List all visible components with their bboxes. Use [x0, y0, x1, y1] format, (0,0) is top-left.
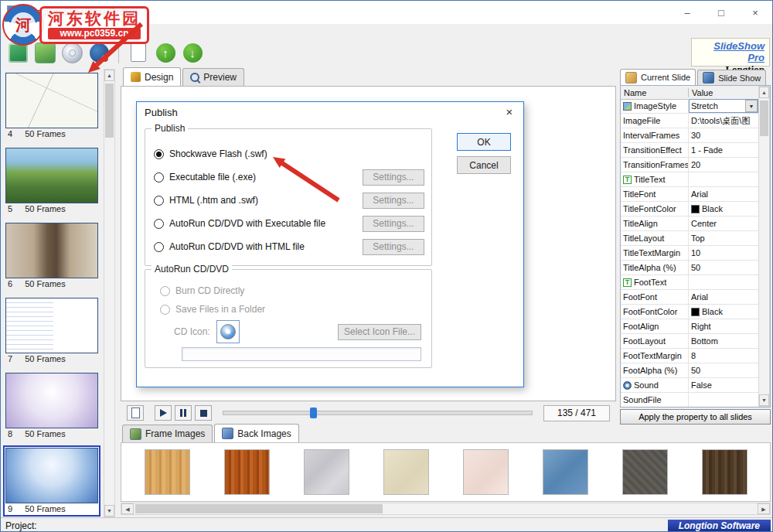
property-value[interactable]: 20 — [689, 158, 758, 172]
property-value[interactable]: 8 — [689, 349, 758, 363]
scroll-up-icon[interactable]: ▲ — [104, 70, 114, 81]
property-row[interactable]: FootFontColorBlack — [621, 305, 758, 319]
property-row[interactable]: TransitionEffect1 - Fade — [621, 143, 758, 158]
property-value[interactable]: 10 — [689, 246, 758, 260]
property-row[interactable]: TitleLayoutTop — [621, 231, 758, 246]
property-row[interactable]: SoundFalse — [621, 378, 758, 393]
property-row[interactable]: FootAlpha (%)50 — [621, 363, 758, 378]
settings-button[interactable]: Settings... — [363, 169, 424, 186]
slide-thumbnail-4[interactable]: 450 Frames — [3, 70, 100, 142]
property-row[interactable]: SoundFile — [621, 393, 758, 407]
property-value[interactable]: D:\tools\桌面\图 — [689, 114, 758, 128]
play-button[interactable] — [155, 405, 172, 421]
slide-thumbnail-9[interactable]: 950 Frames — [3, 445, 100, 517]
property-grid-scrollbar[interactable]: ▲ ▼ — [758, 86, 770, 407]
apply-to-all-slides-button[interactable]: Apply the property to all slides — [620, 409, 771, 425]
texture-thumbnail-gray-marble[interactable] — [304, 449, 349, 495]
texture-thumbnail-pink-paper[interactable] — [463, 449, 509, 495]
dialog-titlebar[interactable]: Publish × — [137, 102, 523, 122]
radio-unselected[interactable] — [154, 172, 164, 182]
property-row[interactable]: FootAlignRight — [621, 319, 758, 334]
property-row[interactable]: TitleFontArial — [621, 187, 758, 202]
maximize-button[interactable]: □ — [704, 1, 738, 24]
slide-thumbnail-7[interactable]: 750 Frames — [3, 295, 100, 367]
property-value[interactable] — [689, 275, 758, 289]
scroll-up-icon[interactable]: ▲ — [759, 87, 769, 98]
green-up-arrow-icon-button[interactable]: ↑ — [153, 39, 178, 66]
property-value[interactable]: Arial — [689, 290, 758, 304]
property-value[interactable]: 1 - Fade — [689, 143, 758, 157]
property-value[interactable]: Center — [689, 217, 758, 230]
tab-slide-show[interactable]: Slide Show — [697, 70, 766, 85]
property-row[interactable]: TitleText — [621, 172, 758, 187]
property-value[interactable] — [689, 393, 758, 407]
scroll-down-icon[interactable]: ▼ — [104, 505, 114, 517]
slide-thumbnail-5[interactable]: 550 Frames — [3, 145, 100, 217]
stop-button[interactable] — [195, 405, 212, 421]
property-value[interactable]: Top — [689, 231, 758, 245]
property-row[interactable]: FootTextMargin8 — [621, 349, 758, 363]
dropdown-button[interactable]: ▼ — [745, 100, 758, 112]
cancel-button[interactable]: Cancel — [457, 156, 511, 174]
scroll-thumb[interactable] — [105, 84, 114, 138]
property-row[interactable]: TitleFontColorBlack — [621, 202, 758, 217]
tab-frame-images[interactable]: Frame Images — [122, 425, 213, 442]
tab-preview[interactable]: Preview — [182, 68, 244, 86]
settings-button[interactable]: Settings... — [363, 216, 424, 232]
texture-thumbnail-light-wood[interactable] — [145, 449, 190, 495]
scroll-right-icon[interactable]: ▶ — [758, 503, 770, 514]
property-value[interactable]: Right — [689, 319, 758, 333]
scroll-thumb[interactable] — [760, 101, 768, 136]
textures-scrollbar[interactable]: ◀ ▶ — [121, 503, 771, 515]
property-value[interactable]: Black — [689, 305, 758, 319]
property-row[interactable]: TitleAlignCenter — [621, 217, 758, 231]
property-value[interactable]: Black — [689, 202, 758, 216]
tab-design[interactable]: Design — [123, 67, 181, 86]
ok-button[interactable]: OK — [457, 133, 511, 151]
property-value[interactable]: Bottom — [689, 334, 758, 348]
property-row[interactable]: TitleTextMargin10 — [621, 246, 758, 261]
property-row[interactable]: FootText — [621, 275, 758, 290]
property-value[interactable]: 50 — [689, 363, 758, 377]
frame-slider[interactable] — [223, 411, 533, 415]
radio-unselected[interactable] — [154, 219, 164, 229]
slider-thumb[interactable] — [310, 408, 317, 418]
scroll-thumb[interactable] — [135, 504, 383, 513]
pause-button[interactable] — [175, 405, 192, 421]
green-down-arrow-icon-button[interactable]: ↓ — [180, 39, 205, 66]
property-value[interactable]: Stretch▼ — [689, 99, 758, 113]
property-row[interactable]: ImageFileD:\tools\桌面\图 — [621, 114, 758, 128]
texture-thumbnail-beige-sand[interactable] — [383, 449, 429, 495]
property-row[interactable]: IntervalFrames30 — [621, 128, 758, 143]
property-row[interactable]: TransitionFrames20 — [621, 158, 758, 172]
minimize-button[interactable]: – — [670, 1, 704, 24]
radio-unselected[interactable] — [154, 242, 164, 252]
dialog-close-icon[interactable]: × — [500, 104, 519, 120]
texture-thumbnail-dark-wood[interactable] — [702, 449, 747, 495]
property-value[interactable]: 30 — [689, 128, 758, 142]
property-value[interactable] — [689, 172, 758, 186]
new-frame-button[interactable] — [127, 405, 144, 421]
close-button[interactable]: × — [738, 1, 772, 24]
slide-list-scrollbar[interactable]: ▲ ▼ — [104, 69, 115, 517]
property-row[interactable]: FootFontArial — [621, 290, 758, 305]
texture-thumbnail-red-wood[interactable] — [224, 449, 270, 495]
property-value[interactable]: Arial — [689, 187, 758, 201]
property-row[interactable]: FootLayoutBottom — [621, 334, 758, 349]
slide-thumbnail-6[interactable]: 650 Frames — [3, 220, 100, 292]
tab-back-images[interactable]: Back Images — [214, 424, 298, 442]
select-icon-file-button[interactable]: Select Icon File... — [338, 324, 421, 340]
texture-thumbnail-dark-rock[interactable] — [622, 449, 668, 495]
slide-thumbnail-8[interactable]: 850 Frames — [3, 370, 100, 442]
radio-selected[interactable] — [154, 149, 164, 159]
radio-unselected[interactable] — [154, 196, 164, 206]
property-value[interactable]: 50 — [689, 261, 758, 275]
scroll-down-icon[interactable]: ▼ — [759, 394, 769, 406]
settings-button[interactable]: Settings... — [363, 193, 424, 209]
property-value[interactable]: False — [689, 378, 758, 392]
property-row[interactable]: ImageStyleStretch▼ — [621, 99, 758, 114]
settings-button[interactable]: Settings... — [363, 239, 424, 255]
icon-path-input[interactable] — [182, 347, 421, 361]
property-row[interactable]: TitleAlpha (%)50 — [621, 261, 758, 275]
scroll-left-icon[interactable]: ◀ — [121, 503, 134, 514]
